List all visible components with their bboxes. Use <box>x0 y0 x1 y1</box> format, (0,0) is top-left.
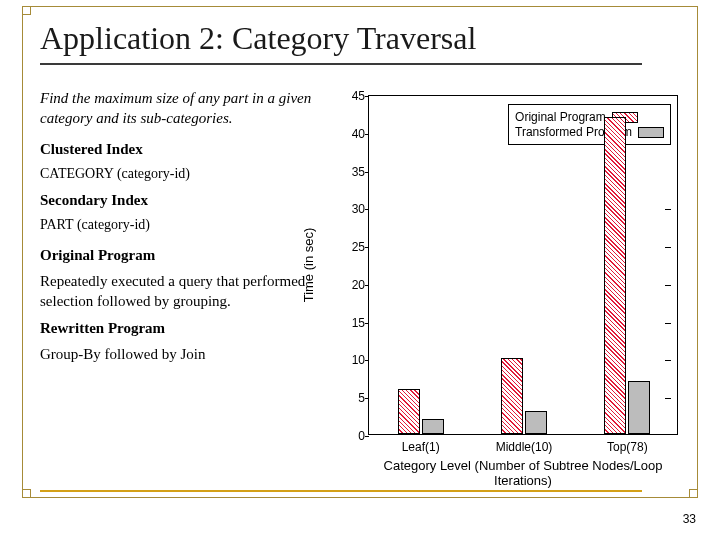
chart-xlabel: Category Level (Number of Subtree Nodes/… <box>368 458 678 488</box>
bar-original <box>501 358 523 434</box>
chart-plot-area: Original Program Transformed Program 051… <box>368 95 678 435</box>
bar-original <box>398 389 420 434</box>
secondary-index-heading: Secondary Index <box>40 190 340 210</box>
legend-swatch-icon <box>638 127 664 138</box>
chart-xtick: Middle(10) <box>496 440 553 454</box>
page-title: Application 2: Category Traversal <box>40 20 642 65</box>
accent-rule <box>40 490 642 492</box>
chart-legend: Original Program Transformed Program <box>508 104 671 145</box>
intro-text: Find the maximum size of any part in a g… <box>40 88 340 129</box>
rewritten-program-heading: Rewritten Program <box>40 320 165 336</box>
secondary-index-body: PART (category-id) <box>40 216 340 235</box>
chart: Time (in sec) Original Program Transform… <box>310 95 695 490</box>
original-program-body: Repeatedly executed a query that perform… <box>40 271 340 312</box>
frame-corner-icon <box>689 489 698 498</box>
chart-xtick: Leaf(1) <box>402 440 440 454</box>
frame-corner-icon <box>22 6 31 15</box>
bar-transformed <box>525 411 547 434</box>
original-program-heading: Original Program <box>40 247 155 263</box>
bar-original <box>604 117 626 434</box>
page-number: 33 <box>683 512 696 526</box>
bar-transformed <box>422 419 444 434</box>
rewritten-program-body: Group-By followed by Join <box>40 344 340 364</box>
legend-entry: Transformed Program <box>515 125 664 139</box>
legend-entry: Original Program <box>515 110 664 124</box>
clustered-index-body: CATEGORY (category-id) <box>40 165 340 184</box>
frame-corner-icon <box>22 489 31 498</box>
clustered-index-heading: Clustered Index <box>40 139 340 159</box>
slide-text: Find the maximum size of any part in a g… <box>40 88 340 370</box>
legend-label-original: Original Program <box>515 110 606 124</box>
chart-ylabel: Time (in sec) <box>301 228 316 303</box>
bar-transformed <box>628 381 650 434</box>
chart-xtick: Top(78) <box>607 440 648 454</box>
